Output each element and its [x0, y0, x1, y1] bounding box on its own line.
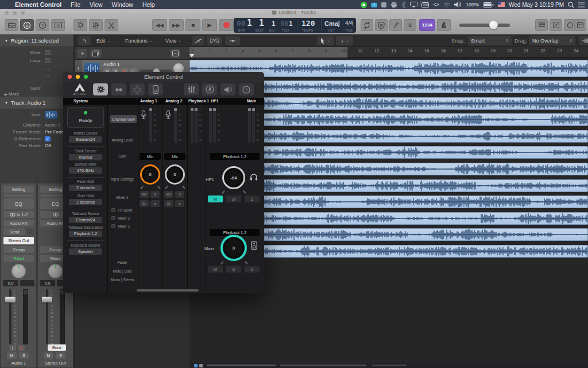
- strip-name[interactable]: Stereo Out: [38, 361, 73, 366]
- code-brackets-icon[interactable]: <>: [433, 1, 439, 8]
- peak-value[interactable]: [20, 280, 34, 286]
- library-button[interactable]: [5, 19, 18, 31]
- spotlight-icon[interactable]: [568, 1, 574, 8]
- forward-button[interactable]: ▶▶: [169, 19, 184, 31]
- cycle-button[interactable]: [361, 19, 373, 31]
- menu-edit[interactable]: Edit⌄: [96, 37, 110, 45]
- more-disclosure-icon[interactable]: ▶: [5, 93, 7, 96]
- checkbox-icon[interactable]: [111, 224, 115, 228]
- analog2-48v-button[interactable]: 48V: [164, 191, 173, 198]
- bar-ruler[interactable]: 123456789101112131415161718192021222324: [189, 47, 588, 57]
- shape-app-icon[interactable]: [381, 1, 386, 8]
- pan-knob[interactable]: [48, 264, 63, 278]
- main-sum-button[interactable]: Σ: [245, 266, 260, 273]
- analog2-source-select[interactable]: Mic: [164, 153, 185, 160]
- lcd-chevron-icon[interactable]: ⌄: [351, 23, 355, 28]
- solo-button[interactable]: S: [56, 352, 65, 359]
- mute-button[interactable]: M: [44, 352, 53, 359]
- horizontal-scrollbar[interactable]: [137, 289, 199, 292]
- note-pads-button[interactable]: [550, 19, 562, 31]
- send-checkbox-row-mixer-2[interactable]: Mixer 2: [111, 216, 130, 220]
- eq-button[interactable]: EQ: [3, 198, 34, 209]
- element-title-bar[interactable]: Element Control: [63, 72, 264, 82]
- menu-view[interactable]: View⌄: [165, 37, 181, 45]
- flex-mode-value[interactable]: Off: [45, 143, 51, 148]
- master-device-select[interactable]: Element24: [69, 136, 102, 143]
- help-button[interactable]: ?: [239, 83, 254, 95]
- pan-knob[interactable]: [11, 264, 26, 278]
- clock-source-select[interactable]: Internal: [69, 154, 102, 160]
- count-in-button[interactable]: 1234: [419, 19, 435, 31]
- audio-fx-slot-button[interactable]: Audio FX: [3, 220, 34, 227]
- track-sort-button[interactable]: [170, 49, 180, 57]
- rewind-button[interactable]: ◀◀: [152, 19, 167, 31]
- io-view-button[interactable]: [111, 83, 126, 95]
- menu-clock[interactable]: Wed May 3 10:19 PM: [509, 2, 564, 8]
- analog1-softlimit-button[interactable]: SL: [140, 200, 149, 207]
- channel-value[interactable]: Audio 1: [45, 122, 60, 128]
- automation-curve-button[interactable]: [192, 36, 204, 45]
- over-hold-select[interactable]: 2 seconds: [69, 199, 102, 205]
- play-button[interactable]: ▶: [202, 19, 217, 31]
- tuner-button[interactable]: [389, 19, 402, 31]
- pointer-tool-button[interactable]: ⌄: [317, 36, 334, 45]
- region-inspector-header[interactable]: ▼Region: 11 selected: [0, 34, 74, 47]
- hp-volume-knob[interactable]: -64: [222, 166, 245, 189]
- menu-functions[interactable]: Functions⌄: [125, 37, 153, 45]
- inspector-button[interactable]: [20, 19, 34, 31]
- duplicate-track-button[interactable]: [90, 49, 102, 57]
- track-icon[interactable]: [45, 111, 57, 119]
- smart-controls-button[interactable]: [74, 19, 87, 31]
- channel-view-button[interactable]: Channel View: [110, 115, 137, 123]
- analog2-group-button[interactable]: G: [175, 191, 184, 198]
- line-app-icon[interactable]: [361, 1, 367, 8]
- setting-button[interactable]: Setting: [3, 186, 34, 193]
- hp-mute-button[interactable]: M: [208, 195, 223, 202]
- input-source-flag-icon[interactable]: [498, 1, 505, 8]
- analog2-phase-button[interactable]: ø: [175, 200, 184, 207]
- group-button[interactable]: Group: [3, 246, 34, 253]
- bounce-button[interactable]: Bnce: [48, 344, 66, 351]
- analog1-48v-button[interactable]: 48V: [140, 191, 149, 198]
- speaker-mute-button[interactable]: [220, 83, 235, 95]
- volume-value[interactable]: 0.0: [3, 280, 18, 286]
- hp-dim-button[interactable]: D: [226, 195, 241, 202]
- mixer-view-button[interactable]: [184, 83, 199, 95]
- drag-select[interactable]: No Overlap⇕: [529, 36, 575, 45]
- crossfade-drag-button[interactable]: [207, 36, 222, 45]
- freeze-mode-value[interactable]: Pre Fader: [45, 129, 65, 135]
- main-mute-button[interactable]: M: [208, 266, 223, 273]
- lcd-display[interactable]: 00 1 BAR 1 BEAT 1 DIV 00 1 TICK 120 TEMP…: [234, 18, 356, 33]
- keyboard-icon[interactable]: [421, 1, 429, 8]
- solo-button[interactable]: S: [404, 19, 416, 31]
- volume-icon[interactable]: [454, 1, 462, 8]
- checkbox-icon[interactable]: [111, 216, 115, 220]
- solo-button[interactable]: S: [19, 352, 29, 359]
- catch-playhead-button[interactable]: ›▾‹: [225, 36, 240, 45]
- stop-button[interactable]: ■: [185, 19, 200, 31]
- region-more-label[interactable]: More: [9, 91, 19, 97]
- analog2-gain-knob[interactable]: 0: [165, 164, 185, 185]
- metronome-button[interactable]: [437, 19, 451, 31]
- region-loop-checkbox[interactable]: [45, 58, 51, 63]
- send-knob[interactable]: [27, 229, 33, 235]
- add-track-button[interactable]: ＋: [78, 49, 87, 57]
- peak-hold-select[interactable]: 2 seconds: [69, 185, 102, 191]
- toolbar-button[interactable]: [51, 19, 65, 31]
- send-checkbox-row-mixer-1[interactable]: Mixer 1: [111, 224, 130, 228]
- mixer-button[interactable]: [89, 19, 103, 31]
- autopunch-button[interactable]: [375, 19, 388, 31]
- master-volume-slider[interactable]: [459, 24, 510, 27]
- tools-scissors-button[interactable]: [105, 19, 118, 31]
- analog1-source-select[interactable]: Mic: [140, 153, 161, 160]
- checkbox-icon[interactable]: [111, 208, 115, 212]
- track-name[interactable]: Audio 1: [103, 62, 120, 67]
- catch-return-icon[interactable]: ↰: [78, 36, 91, 45]
- menu-view[interactable]: View: [90, 1, 103, 8]
- record-enable-button[interactable]: R: [18, 345, 25, 351]
- upload-app-icon[interactable]: [371, 1, 377, 8]
- menu-file[interactable]: File: [71, 1, 80, 8]
- bluetooth-icon[interactable]: [401, 1, 406, 8]
- printer-icon[interactable]: [390, 1, 397, 8]
- menu-help[interactable]: Help: [142, 1, 155, 8]
